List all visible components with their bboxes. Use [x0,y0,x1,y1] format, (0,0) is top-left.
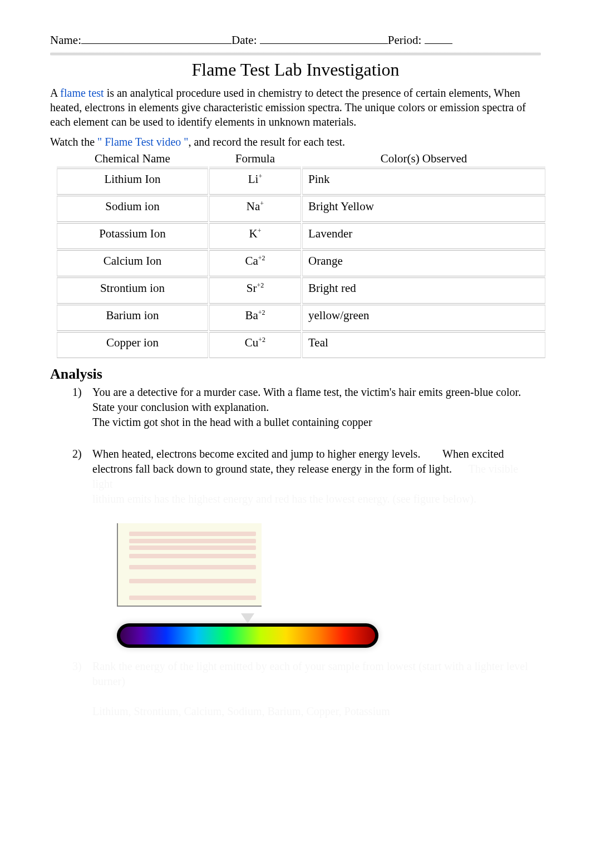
cell-formula: Ba+2 [209,305,301,331]
question-3: 3) Rank the energy of the light emitted … [72,659,541,719]
cell-formula: K+ [209,223,301,249]
cell-color[interactable]: Bright Yellow [302,196,545,222]
watch-pre: Watch the [50,136,97,148]
cell-chemical: Barium ion [57,305,208,331]
table-row: Potassium IonK+Lavender [57,223,545,249]
intro-prefix: A [50,87,60,99]
cell-chemical: Strontium ion [57,277,208,304]
question-3-area: 3) Rank the energy of the light emitted … [72,659,541,719]
cell-chemical: Potassium Ion [57,223,208,249]
energy-level-diagram [117,523,262,607]
table-row: Copper ionCu+2Teal [57,332,545,358]
intro-paragraph: A flame test is an analytical procedure … [50,86,541,129]
cell-color[interactable]: Teal [302,332,545,358]
cell-color[interactable]: Lavender [302,223,545,249]
q3-text: Rank the energy of the light emitted by … [92,660,528,687]
diagram-area [117,523,541,648]
q1-prompt: You are a detective for a murder case. W… [92,386,521,413]
period-field[interactable]: Period: [388,33,452,47]
name-field[interactable]: Name: [50,33,232,47]
spectrum-gradient [120,627,375,644]
col-color: Color(s) Observed [302,151,545,167]
cell-formula: Sr+2 [209,277,301,304]
intro-rest: is an analytical procedure used in chemi… [50,87,526,128]
cell-chemical: Copper ion [57,332,208,358]
results-table: Chemical Name Formula Color(s) Observed … [56,150,546,359]
cell-formula: Cu+2 [209,332,301,358]
col-chemical: Chemical Name [57,151,208,167]
question-2: 2) When heated, electrons become excited… [72,447,541,507]
name-label: Name: [50,33,81,47]
header-fields: Name: Date: Period: [50,33,541,47]
date-blank[interactable] [260,43,388,44]
visible-spectrum [117,623,378,648]
cell-formula: Li+ [209,168,301,195]
page-title: Flame Test Lab Investigation [50,59,541,80]
analysis-heading: Analysis [50,366,541,383]
flame-video-link[interactable]: Flame Test video [102,136,181,148]
cell-formula: Ca+2 [209,250,301,276]
q2-number: 2) [72,447,92,507]
period-label: Period: [388,33,422,47]
name-blank[interactable] [81,43,232,44]
question-list: 1) You are a detective for a murder case… [72,385,541,507]
cell-color[interactable]: yellow/green [302,305,545,331]
cell-color[interactable]: Bright red [302,277,545,304]
flame-test-link[interactable]: flame test [60,87,104,99]
cell-color[interactable]: Pink [302,168,545,195]
q2-part1: When heated, electrons become excited an… [92,448,423,460]
cell-chemical: Calcium Ion [57,250,208,276]
q2-faded-b: lithium emits has the highest energy and… [92,493,476,505]
watch-instruction: Watch the " Flame Test video ", and reco… [50,136,541,148]
cell-chemical: Lithium Ion [57,168,208,195]
table-row: Barium ionBa+2yellow/green [57,305,545,331]
table-row: Sodium ionNa+Bright Yellow [57,196,545,222]
table-row: Lithium IonLi+Pink [57,168,545,195]
watch-q1: " [97,136,102,148]
q3-answer: Lithium, Strontium, Calcium, Sodium, Bar… [92,705,390,717]
date-label: Date: [232,33,257,47]
date-field[interactable]: Date: [232,33,388,47]
divider-bar [50,52,541,56]
table-row: Calcium IonCa+2Orange [57,250,545,276]
table-row: Strontium ionSr+2Bright red [57,277,545,304]
col-formula: Formula [209,151,301,167]
watch-post: , and record the result for each test. [188,136,345,148]
cell-color[interactable]: Orange [302,250,545,276]
q3-number: 3) [72,659,92,719]
watch-q2: " [181,136,188,148]
q1-answer: The victim got shot in the head with a b… [92,416,372,428]
cell-formula: Na+ [209,196,301,222]
question-1: 1) You are a detective for a murder case… [72,385,541,430]
period-blank[interactable] [425,43,452,44]
cell-chemical: Sodium ion [57,196,208,222]
q1-number: 1) [72,385,92,430]
